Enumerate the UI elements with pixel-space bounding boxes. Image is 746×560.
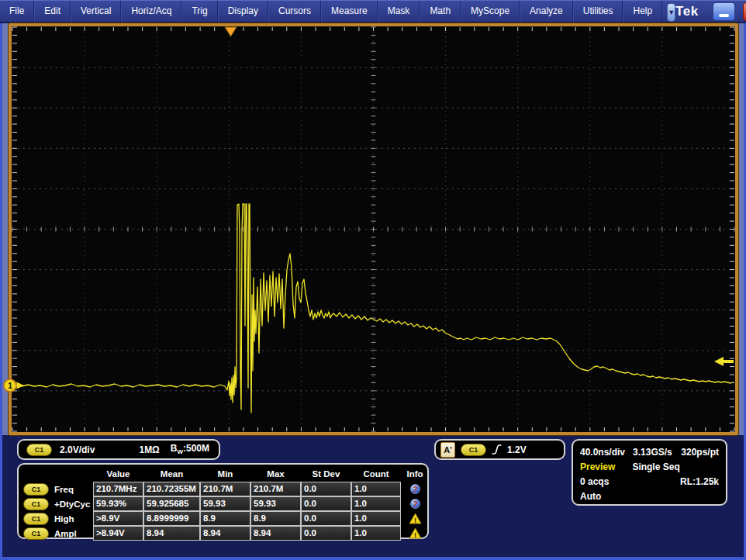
acquisition-count: 0 acqs bbox=[580, 475, 609, 489]
measurement-row-label: C1 +DtyCyc bbox=[19, 496, 93, 511]
oscilloscope-application-window: File Edit Vertical Horiz/Acq Trig Displa… bbox=[0, 0, 746, 560]
ampl-max: 8.94 bbox=[250, 526, 301, 541]
titlebar-right: Tek X bbox=[675, 1, 746, 22]
display-area: 1 bbox=[2, 23, 744, 435]
source-badge: C1 bbox=[23, 483, 49, 496]
window-border bbox=[0, 23, 2, 560]
timebase: 40.0ns/div bbox=[580, 445, 625, 460]
high-info[interactable]: ! bbox=[401, 511, 429, 526]
dtycyc-min: 59.93 bbox=[200, 496, 250, 511]
menu-horiz-acq[interactable]: Horiz/Acq bbox=[121, 1, 181, 22]
trigger-level: 1.2V bbox=[507, 444, 527, 455]
record-length: RL:1.25k bbox=[680, 475, 719, 489]
high-count: 1.0 bbox=[351, 511, 401, 526]
freq-info[interactable]: ? bbox=[401, 482, 429, 496]
svg-text:!: ! bbox=[414, 517, 416, 524]
menu-vertical[interactable]: Vertical bbox=[71, 1, 121, 22]
waveform-trace bbox=[16, 204, 733, 413]
ampl-info[interactable]: ! bbox=[401, 526, 429, 541]
sample-rate: 3.13GS/s bbox=[633, 445, 672, 460]
menu-edit[interactable]: Edit bbox=[34, 1, 71, 22]
header-count: Count bbox=[351, 466, 401, 482]
ampl-stdev: 0.0 bbox=[301, 526, 351, 541]
input-impedance: 1MΩ bbox=[139, 444, 159, 455]
trigger-readout-panel[interactable]: A' C1 1.2V bbox=[434, 439, 565, 460]
info-warning-icon: ! bbox=[409, 513, 422, 524]
channel-badge: C1 bbox=[26, 444, 52, 456]
measurement-name: Freq bbox=[54, 485, 74, 494]
source-badge: C1 bbox=[23, 513, 49, 525]
rising-edge-slope-icon bbox=[492, 444, 502, 455]
header-min: Min bbox=[200, 466, 250, 482]
measurement-table-panel: Value Mean Min Max St Dev Count Info C1 … bbox=[17, 463, 429, 539]
menu-math[interactable]: Math bbox=[420, 1, 461, 22]
trigger-position-marker[interactable] bbox=[225, 27, 237, 36]
vertical-scale: 2.0V/div bbox=[60, 444, 95, 455]
high-value: >8.9V bbox=[93, 511, 143, 526]
window-border bbox=[0, 557, 746, 560]
menu-mask[interactable]: Mask bbox=[378, 1, 420, 22]
header-max: Max bbox=[250, 466, 301, 482]
header-mean: Mean bbox=[143, 466, 200, 482]
horizontal-acquisition-panel[interactable]: 40.0ns/div 3.13GS/s 320ps/pt Preview Sin… bbox=[572, 439, 727, 506]
freq-count: 1.0 bbox=[351, 482, 401, 496]
menu-analyze[interactable]: Analyze bbox=[520, 1, 573, 22]
graticule-frame bbox=[9, 23, 738, 435]
channel1-marker-label: 1 bbox=[8, 381, 12, 390]
header-spacer bbox=[19, 466, 93, 482]
channel-readout-panel[interactable]: C1 2.0V/div 1MΩ BW:500M bbox=[17, 439, 220, 460]
measurement-table: Value Mean Min Max St Dev Count Info C1 … bbox=[19, 466, 427, 541]
source-badge: C1 bbox=[23, 498, 49, 510]
freq-max: 210.7M bbox=[250, 482, 301, 496]
freq-stdev: 0.0 bbox=[301, 482, 351, 496]
trigger-state: Auto bbox=[580, 489, 601, 504]
menu-cursors[interactable]: Cursors bbox=[268, 1, 321, 22]
info-question-icon: ? bbox=[410, 484, 420, 494]
menu-utilities[interactable]: Utilities bbox=[573, 1, 623, 22]
dtycyc-mean: 59.925685 bbox=[143, 496, 200, 511]
source-badge: C1 bbox=[23, 527, 49, 540]
header-stdev: St Dev bbox=[301, 466, 351, 482]
high-max: 8.9 bbox=[250, 511, 301, 526]
measurement-name: High bbox=[54, 514, 74, 524]
minimize-button[interactable] bbox=[713, 2, 735, 21]
graticule-grid bbox=[12, 27, 734, 431]
freq-min: 210.7M bbox=[200, 482, 250, 496]
menu-measure[interactable]: Measure bbox=[321, 1, 378, 22]
trigger-event-badge: A' bbox=[440, 442, 455, 458]
dtycyc-info[interactable]: ? bbox=[401, 496, 429, 511]
menu-file[interactable]: File bbox=[0, 1, 34, 22]
chevron-down-icon: ▼ bbox=[668, 9, 675, 16]
header-value: Value bbox=[93, 466, 143, 482]
measurement-row-label: C1 Freq bbox=[19, 482, 93, 496]
close-button[interactable]: X bbox=[743, 2, 746, 21]
measurement-row-label: C1 Ampl bbox=[19, 526, 93, 541]
ampl-count: 1.0 bbox=[351, 526, 401, 541]
measurement-name: +DtyCyc bbox=[54, 500, 90, 509]
dtycyc-max: 59.93 bbox=[250, 496, 301, 511]
dtycyc-count: 1.0 bbox=[351, 496, 401, 511]
freq-mean: 210.72355M bbox=[143, 482, 200, 496]
ampl-min: 8.94 bbox=[200, 526, 250, 541]
sequence-mode: Single Seq bbox=[632, 460, 679, 475]
tek-logo: Tek bbox=[675, 4, 699, 19]
menu-bar: File Edit Vertical Horiz/Acq Trig Displa… bbox=[0, 0, 746, 23]
channel1-reference-marker[interactable]: 1 bbox=[3, 379, 25, 392]
trigger-source-badge: C1 bbox=[461, 444, 486, 456]
high-stdev: 0.0 bbox=[301, 511, 351, 526]
minimize-icon bbox=[719, 14, 729, 17]
menu-display[interactable]: Display bbox=[218, 1, 268, 22]
menu-trig[interactable]: Trig bbox=[181, 1, 217, 22]
channel1-marker-arrow-icon bbox=[17, 382, 25, 389]
preview-status: Preview bbox=[580, 460, 615, 475]
ampl-mean: 8.94 bbox=[143, 526, 200, 541]
menu-dropdown-button[interactable]: ▼ bbox=[667, 3, 675, 22]
dtycyc-stdev: 0.0 bbox=[301, 496, 351, 511]
menu-help[interactable]: Help bbox=[623, 1, 662, 22]
freq-value: 210.7MHz bbox=[93, 482, 143, 496]
menu-myscope[interactable]: MyScope bbox=[461, 1, 520, 22]
info-question-icon: ? bbox=[410, 499, 420, 509]
svg-text:!: ! bbox=[414, 531, 416, 539]
measurement-row-label: C1 High bbox=[19, 511, 93, 526]
high-mean: 8.8999999 bbox=[143, 511, 200, 526]
